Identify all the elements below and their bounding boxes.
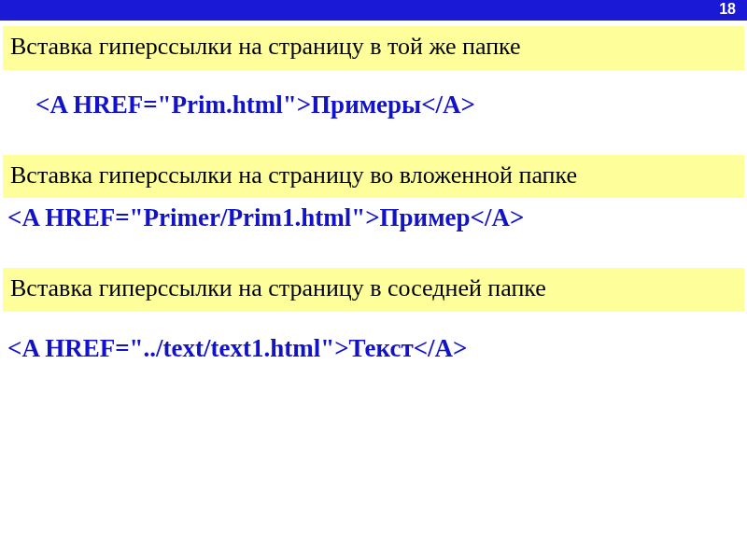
code-example-3: <A HREF="../text/text1.html">Текст</A> xyxy=(0,312,747,363)
page-number: 18 xyxy=(719,1,736,18)
section-heading-1: Вставка гиперссылки на страницу в той же… xyxy=(3,26,744,70)
section-heading-3: Вставка гиперссылки на страницу в соседн… xyxy=(3,268,744,312)
code-example-2: <A HREF="Primer/Prim1.html">Пример</A> xyxy=(0,198,747,232)
slide-content: Вставка гиперссылки на страницу в той же… xyxy=(0,21,747,363)
slide-topbar: 18 xyxy=(0,0,747,21)
section-heading-2: Вставка гиперссылки на страницу во вложе… xyxy=(3,155,744,199)
code-example-1: <A HREF="Prim.html">Примеры</A> xyxy=(0,70,747,119)
